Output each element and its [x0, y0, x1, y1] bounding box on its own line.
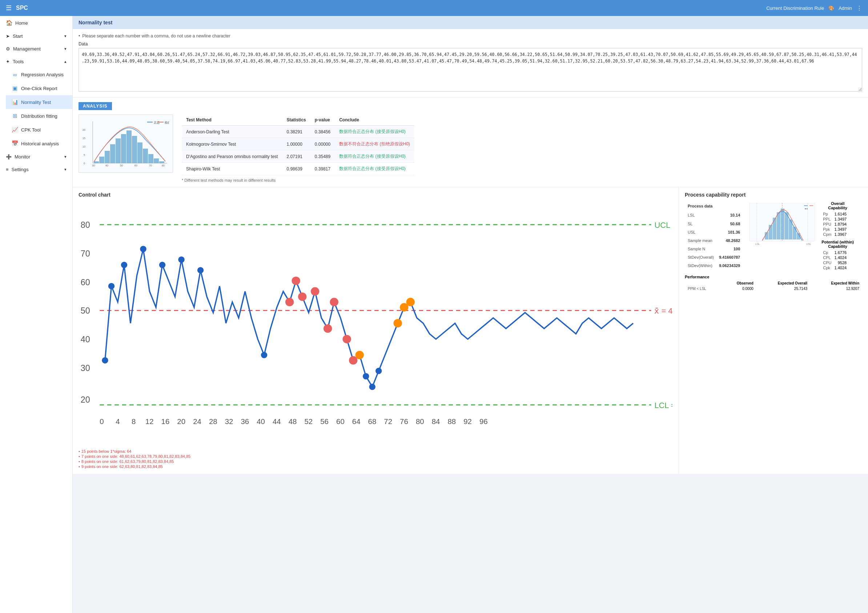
ppl-label: PPL [822, 217, 833, 221]
control-chart-card: Control chart 80 70 60 50 40 30 20 UCL =… [73, 187, 678, 474]
lsl-value: 10.14 [717, 212, 742, 219]
perf-header-observed: Observed [722, 280, 756, 286]
ppm-lsl-exp-overall: 25.7143 [756, 286, 810, 291]
svg-text:UCL = 75.4552: UCL = 75.4552 [654, 221, 673, 230]
svg-rect-22 [121, 134, 126, 163]
svg-text:4: 4 [116, 418, 119, 426]
svg-text:40: 40 [105, 164, 108, 167]
sidebar-monitor-label: Monitor [14, 154, 30, 159]
pvalue-cell-1: 0.00000 [310, 138, 335, 150]
stats-cell-3: 0.98639 [282, 163, 310, 175]
sidebar-item-management[interactable]: ⚙ Management ▾ [0, 42, 72, 55]
sidebar-item-start[interactable]: ➤ Start ▾ [0, 30, 72, 42]
perf-header-expected-overall: Expected Overall [756, 280, 810, 286]
col-pvalue: p-value [310, 115, 335, 126]
svg-text:60: 60 [336, 418, 344, 426]
alert-dot-2: • [79, 454, 80, 458]
svg-text:LCL = 21.0812: LCL = 21.0812 [654, 401, 673, 410]
svg-rect-25 [137, 142, 143, 163]
svg-text:50: 50 [81, 306, 90, 316]
svg-text:48: 48 [288, 418, 297, 426]
settings-chevron: ▾ [64, 167, 67, 172]
alert-4: • 9 points on one side: 62,63,80,81,82,8… [79, 464, 673, 469]
svg-rect-24 [132, 136, 137, 163]
svg-point-68 [102, 357, 108, 364]
more-icon[interactable]: ⋮ [856, 5, 862, 12]
proc-cap-inner: Process data LSL 10.14 SL 50.68 USL 101.… [685, 201, 862, 270]
svg-text:USL: USL [806, 243, 811, 245]
svg-point-80 [291, 277, 300, 285]
results-table: Test Method Statistics p-value Conclude … [182, 115, 414, 175]
alert-dot-4: • [79, 464, 80, 469]
svg-point-69 [108, 283, 115, 289]
stddev-within-label: StDev(Within) [685, 262, 716, 269]
potential-capability: Potential (within)Capability Cp 1.6776 C… [822, 240, 854, 270]
sidebar-item-cpk[interactable]: 📈 CPK Tool [6, 123, 72, 137]
app-header: ☰ SPC Current Discrimination Rule 🎨 Admi… [0, 0, 868, 16]
method-cell-3: Shapiro-Wilk Test [182, 163, 282, 175]
lsl-label: LSL [685, 212, 716, 219]
svg-text:32: 32 [225, 418, 233, 426]
sidebar-item-oneclickreport[interactable]: ▣ One-Click Report [6, 81, 72, 95]
sidebar-item-historical[interactable]: 📅 Historical analysis [6, 137, 72, 150]
cpk-icon: 📈 [12, 127, 18, 133]
sidebar-item-normality[interactable]: 📊 Normality Test [6, 95, 72, 109]
sidebar-item-regression[interactable]: ∞ Regression Analysis [6, 68, 72, 81]
results-row-3: Shapiro-Wilk Test 0.98639 0.39817 数据符合正态… [182, 163, 414, 175]
svg-text:0: 0 [99, 418, 104, 426]
svg-point-72 [159, 262, 166, 268]
svg-text:5: 5 [84, 154, 85, 156]
svg-text:50: 50 [120, 164, 123, 167]
svg-point-88 [394, 319, 402, 327]
pp-value: 1.6145 [833, 212, 848, 217]
distribution-label: Distribution fitting [21, 113, 57, 119]
svg-point-84 [330, 298, 338, 306]
overall-capability: OverallCapability Pp 1.6145 PPL 1.3497 [822, 201, 854, 237]
svg-text:拟合: 拟合 [165, 121, 169, 124]
main-content: Normality test Please separate each numb… [73, 16, 868, 613]
pvalue-cell-0: 0.38456 [310, 126, 335, 138]
alert-text-4: 9 points on one side: 62,63,80,81,82,83,… [81, 464, 163, 469]
analysis-content: 正态 拟合 0 5 10 15 20 30 40 [79, 115, 862, 183]
sidebar-item-monitor[interactable]: ➕ Monitor ▾ [0, 150, 72, 163]
results-table-container: Test Method Statistics p-value Conclude … [182, 115, 862, 183]
stddev-overall-label: StDev(Overall) [685, 254, 716, 261]
svg-rect-23 [127, 130, 132, 163]
normality-label: Normality Test [21, 99, 51, 105]
sidebar-management-label: Management [13, 46, 41, 52]
usl-value: 101.36 [717, 228, 742, 236]
pvalue-cell-2: 0.35489 [310, 150, 335, 163]
distribution-icon: ⊞ [12, 113, 18, 119]
normality-icon: 📊 [12, 99, 18, 105]
sidebar-item-settings[interactable]: ≡ Settings ▾ [0, 163, 72, 176]
svg-text:80: 80 [416, 418, 424, 426]
svg-text:40: 40 [81, 335, 90, 344]
histogram-svg: 正态 拟合 0 5 10 15 20 30 40 [82, 118, 169, 170]
svg-rect-18 [99, 156, 104, 163]
normality-test-card: Normality test Please separate each numb… [73, 16, 868, 97]
svg-text:28: 28 [209, 418, 217, 426]
sidebar-item-distribution[interactable]: ⊞ Distribution fitting [6, 109, 72, 123]
sidebar-item-home[interactable]: 🏠 Home [0, 16, 72, 30]
svg-point-90 [406, 298, 415, 306]
capability-values: OverallCapability Pp 1.6145 PPL 1.3497 [822, 201, 854, 270]
menu-icon[interactable]: ☰ [6, 4, 12, 12]
palette-icon[interactable]: 🎨 [828, 5, 834, 11]
svg-rect-27 [148, 154, 153, 163]
monitor-chevron: ▾ [64, 155, 67, 159]
overall-title: OverallCapability [822, 201, 854, 210]
performance-table: Observed Expected Overall Expected Withi… [685, 280, 862, 291]
svg-point-73 [178, 257, 184, 263]
data-input[interactable]: 49.69,33.36,49.52,47.91,43.04,60.26,51.4… [79, 48, 862, 91]
sidebar-item-tools[interactable]: ✦ Tools ▴ [0, 55, 72, 68]
pvalue-cell-3: 0.39817 [310, 163, 335, 175]
col-method: Test Method [182, 115, 282, 126]
svg-text:64: 64 [352, 418, 361, 426]
discrimination-rule-label: Current Discrimination Rule [766, 5, 824, 11]
svg-rect-29 [159, 161, 164, 163]
home-icon: 🏠 [6, 20, 12, 26]
svg-text:76: 76 [400, 418, 408, 426]
proc-cap-chart: LSL USL [746, 201, 818, 249]
monitor-icon: ➕ [6, 154, 12, 159]
svg-text:15: 15 [82, 137, 85, 139]
